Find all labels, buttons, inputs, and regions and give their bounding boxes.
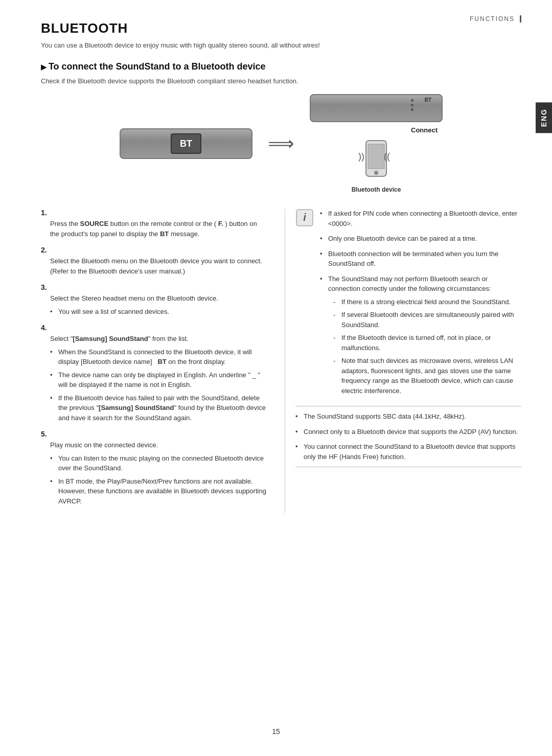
svg-point-2 <box>374 171 378 175</box>
dash-item-2: If several Bluetooth devices are simulta… <box>333 310 521 330</box>
dash-item-4: Note that such devices as microwave oven… <box>333 356 521 396</box>
bt-label-box: BT <box>171 133 201 154</box>
functions-label: FUNCTIONS <box>470 15 521 22</box>
main-content: 1. Press the SOURCE button on the remote… <box>41 209 521 513</box>
step-2: 2. Select the Bluetooth menu on the Blue… <box>41 246 267 276</box>
soundstand-left-diagram: BT <box>120 128 252 159</box>
dash-item-3: If the Bluetooth device is turned off, n… <box>333 333 521 353</box>
step-2-text: Select the Bluetooth menu on the Bluetoo… <box>50 256 267 276</box>
step-4-number: 4. <box>41 324 267 332</box>
step-5-bullets: You can listen to the music playing on t… <box>50 453 267 507</box>
step-4: 4. Select "[Samsung] SoundStand" from th… <box>41 324 267 423</box>
bt-dot-2 <box>411 104 413 106</box>
right-column: i If asked for PIN code when connecting … <box>285 209 521 513</box>
step-5-bullet-1: You can listen to the music playing on t… <box>50 453 267 473</box>
right-note-5: The SoundStand supports SBC data (44.1kH… <box>295 411 521 422</box>
connect-label: Connect <box>411 126 443 134</box>
bt-dot-3 <box>411 108 413 111</box>
page-container: FUNCTIONS ENG BLUETOOTH You can use a Bl… <box>0 0 552 756</box>
eng-tab: ENG <box>536 102 552 133</box>
step-5-bullet-2: In BT mode, the Play/Pause/Next/Prev fun… <box>50 476 267 507</box>
diagram-area: BT ⟹ BT Connect <box>41 94 521 193</box>
right-note-2: Only one Bluetooth device can be paired … <box>320 234 521 244</box>
connection-arrow: ⟹ <box>268 133 294 154</box>
bt-dots <box>411 99 413 111</box>
bluetooth-device-container: )) (( Bluetooth device <box>352 138 401 193</box>
step-2-number: 2. <box>41 246 267 254</box>
soundstand-device-right: BT <box>310 94 443 122</box>
bluetooth-device-label: Bluetooth device <box>352 186 401 193</box>
left-column: 1. Press the SOURCE button on the remote… <box>41 209 274 513</box>
step-5-number: 5. <box>41 430 267 438</box>
soundstand-right-diagram: BT Connect )) (( Bluetooth device <box>310 94 443 193</box>
dash-list: If there is a strong electrical field ar… <box>333 297 521 396</box>
right-divider <box>295 406 521 406</box>
step-3-number: 3. <box>41 283 267 291</box>
note-icon: i <box>295 209 314 227</box>
step-4-bullet-1: When the SoundStand is connected to the … <box>50 347 267 367</box>
intro-text: You can use a Bluetooth device to enjoy … <box>41 41 521 49</box>
right-note-6: Connect only to a Bluetooth device that … <box>295 427 521 437</box>
step-4-bullets: When the SoundStand is connected to the … <box>50 347 267 423</box>
step-5: 5. Play music on the connected device. Y… <box>41 430 267 506</box>
right-notes-list: If asked for PIN code when connecting a … <box>320 209 521 401</box>
step-5-text: Play music on the connected device. <box>50 440 267 450</box>
svg-text:)): )) <box>358 151 364 162</box>
subheading-note: Check if the Bluetooth device supports t… <box>41 77 521 85</box>
right-note-1: If asked for PIN code when connecting a … <box>320 209 521 228</box>
right-divider-bottom <box>295 467 521 467</box>
soundstand-device-left: BT <box>120 128 252 159</box>
step-3-text: Select the Stereo headset menu on the Bl… <box>50 293 267 304</box>
right-note-3: Bluetooth connection will be terminated … <box>320 249 521 269</box>
step-1-number: 1. <box>41 209 267 217</box>
step-1-text: Press the SOURCE button on the remote co… <box>50 219 267 239</box>
step-3-bullet-1: You will see a list of scanned devices. <box>50 307 267 317</box>
bluetooth-heading: BLUETOOTH <box>41 20 521 36</box>
svg-rect-1 <box>368 144 384 169</box>
phone-icon: )) (( <box>356 138 397 184</box>
bt-dot-1 <box>411 99 413 102</box>
right-note-7: You cannot connect the SoundStand to a B… <box>295 442 521 462</box>
step-4-bullet-2: The device name can only be displayed in… <box>50 370 267 390</box>
page-number: 15 <box>272 727 280 736</box>
step-3: 3. Select the Stereo headset menu on the… <box>41 283 267 316</box>
bt-indicator: BT <box>425 97 431 103</box>
step-4-bullet-3: If the Bluetooth device has failed to pa… <box>50 393 267 423</box>
dash-item-1: If there is a strong electrical field ar… <box>333 297 521 307</box>
note-icon-row: i If asked for PIN code when connecting … <box>295 209 521 401</box>
svg-text:i: i <box>303 212 306 223</box>
right-note-4: The SoundStand may not perform Bluetooth… <box>320 274 521 396</box>
right-notes-list-2: The SoundStand supports SBC data (44.1kH… <box>295 411 521 462</box>
section-heading: To connect the SoundStand to a Bluetooth… <box>41 61 521 72</box>
svg-text:((: (( <box>384 151 390 162</box>
step-4-text: Select "[Samsung] SoundStand" from the l… <box>50 334 267 344</box>
step-1: 1. Press the SOURCE button on the remote… <box>41 209 267 239</box>
step-3-bullets: You will see a list of scanned devices. <box>50 307 267 317</box>
